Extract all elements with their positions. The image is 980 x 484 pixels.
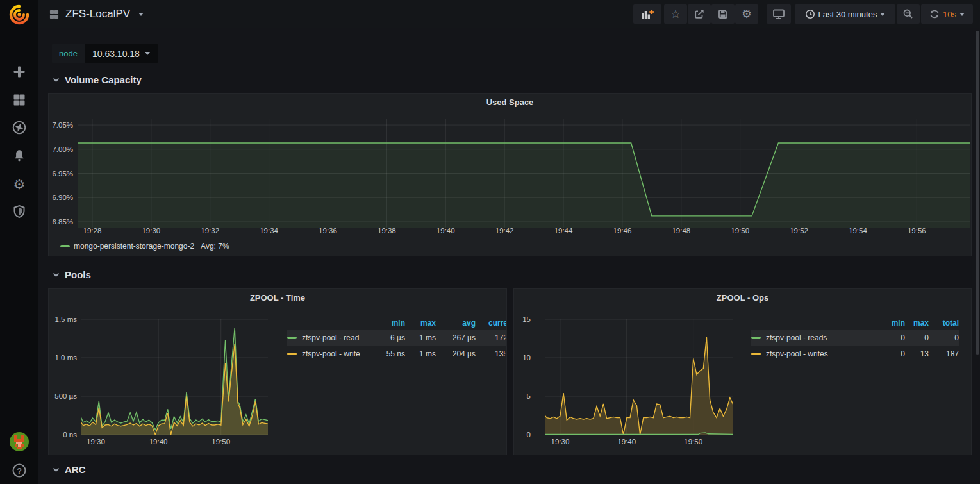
share-icon bbox=[693, 8, 705, 20]
y-tick-label: 6.85% bbox=[52, 218, 73, 226]
legend-value: 204 µs bbox=[436, 349, 476, 358]
x-tick-label: 19:50 bbox=[684, 438, 702, 446]
create-icon[interactable] bbox=[0, 60, 38, 83]
section-title: ARC bbox=[65, 464, 86, 475]
save-button[interactable] bbox=[711, 4, 735, 24]
x-tick-label: 19:50 bbox=[212, 438, 230, 446]
legend-value: 0 bbox=[854, 349, 905, 358]
dashboards-icon[interactable] bbox=[0, 88, 38, 112]
legend-value: 0 bbox=[905, 333, 929, 342]
panel-title[interactable]: ZPOOL - Time bbox=[49, 293, 506, 303]
scrollbar-thumb[interactable] bbox=[976, 31, 979, 355]
alerting-bell-icon[interactable] bbox=[0, 144, 38, 167]
user-avatar[interactable] bbox=[0, 430, 38, 453]
x-tick-label: 19:40 bbox=[436, 227, 455, 235]
x-tick-label: 19:54 bbox=[849, 227, 867, 235]
used-space-legend[interactable]: mongo-persistent-storage-mongo-2 Avg: 7% bbox=[60, 242, 229, 251]
section-title: Pools bbox=[65, 269, 91, 280]
svg-text:?: ? bbox=[17, 467, 22, 476]
star-button[interactable]: ☆ bbox=[664, 4, 687, 24]
y-tick-label: 7.00% bbox=[52, 146, 73, 153]
grafana-logo[interactable] bbox=[0, 3, 38, 27]
add-panel-button[interactable] bbox=[633, 4, 661, 24]
x-tick-label: 19:42 bbox=[495, 227, 514, 235]
chart-svg: 7.05%7.00%6.95%6.90%6.85%19:2819:3019:32… bbox=[49, 112, 972, 240]
legend-swatch bbox=[751, 353, 761, 355]
used-space-chart[interactable]: 7.05%7.00%6.95%6.90%6.85%19:2819:3019:32… bbox=[49, 112, 972, 240]
sidebar: ⚙ ? bbox=[0, 0, 38, 484]
legend-series-name: zfspv-pool - write bbox=[302, 349, 360, 358]
panel-title[interactable]: ZPOOL - Ops bbox=[514, 293, 971, 303]
zpool-time-legend[interactable]: minmaxavgcurrezfspv-pool - read6 µs1 ms2… bbox=[287, 317, 507, 362]
zoom-out-icon bbox=[902, 8, 914, 20]
zpool-ops-legend[interactable]: minmaxtotalzfspv-pool - reads000zfspv-po… bbox=[751, 317, 959, 362]
panel-used-space: Used Space 7.05%7.00%6.95%6.90%6.85%19:2… bbox=[48, 93, 972, 256]
y-tick-label: 5 bbox=[527, 392, 531, 400]
legend-row[interactable]: zfspv-pool - read6 µs1 ms267 µs172 bbox=[287, 330, 507, 346]
legend-value: 0 bbox=[854, 333, 905, 342]
legend-value: 13 bbox=[905, 349, 929, 358]
legend-series-name: zfspv-pool - writes bbox=[766, 349, 828, 358]
x-tick-label: 19:44 bbox=[554, 227, 573, 235]
title-caret-icon bbox=[138, 13, 144, 16]
legend-series-name: zfspv-pool - read bbox=[302, 333, 359, 342]
x-tick-label: 19:30 bbox=[87, 438, 105, 446]
help-icon[interactable]: ? bbox=[0, 459, 38, 482]
x-tick-label: 19:48 bbox=[672, 227, 690, 235]
x-tick-label: 19:28 bbox=[83, 227, 102, 235]
legend-value: 0 bbox=[929, 333, 959, 342]
section-arc[interactable]: ARC bbox=[53, 464, 86, 475]
legend-header[interactable]: avg bbox=[436, 319, 476, 328]
legend-value: 1 ms bbox=[405, 333, 436, 342]
x-tick-label: 19:52 bbox=[790, 227, 808, 235]
legend-header[interactable]: max bbox=[405, 319, 436, 328]
panel-zpool-time: ZPOOL - Time 1.5 ms1.0 ms500 µs0 ns19:30… bbox=[48, 288, 507, 455]
legend-swatch bbox=[751, 337, 761, 339]
legend-row[interactable]: zfspv-pool - writes013187 bbox=[751, 346, 959, 362]
legend-swatch bbox=[287, 353, 297, 355]
section-volume-capacity[interactable]: Volume Capacity bbox=[53, 74, 142, 85]
refresh-picker[interactable]: 10s bbox=[921, 4, 973, 24]
breadcrumb[interactable]: ZFS-LocalPV bbox=[49, 0, 144, 28]
legend-row[interactable]: zfspv-pool - reads000 bbox=[751, 330, 959, 346]
panel-title[interactable]: Used Space bbox=[49, 97, 971, 107]
star-icon: ☆ bbox=[670, 8, 681, 20]
legend-swatch bbox=[287, 337, 297, 339]
variable-value-dropdown[interactable]: 10.63.10.18 bbox=[85, 44, 158, 63]
x-tick-label: 19:56 bbox=[908, 227, 926, 235]
explore-icon[interactable] bbox=[0, 116, 38, 139]
cycle-view-button[interactable] bbox=[767, 4, 791, 24]
y-tick-label: 6.95% bbox=[52, 170, 73, 178]
admin-shield-icon[interactable] bbox=[0, 200, 38, 223]
legend-header[interactable]: min bbox=[376, 319, 405, 328]
x-tick-label: 19:32 bbox=[201, 227, 219, 235]
variable-node-picker[interactable]: node 10.63.10.18 bbox=[52, 44, 158, 63]
settings-button[interactable]: ⚙ bbox=[735, 4, 758, 24]
legend-header-row: minmaxtotal bbox=[751, 317, 959, 330]
x-tick-label: 19:40 bbox=[617, 438, 636, 446]
legend-header[interactable]: max bbox=[905, 319, 929, 328]
legend-header[interactable]: curre bbox=[476, 319, 507, 328]
monitor-icon bbox=[772, 8, 785, 20]
legend-row[interactable]: zfspv-pool - write55 ns1 ms204 µs135 bbox=[287, 346, 507, 362]
x-tick-label: 19:46 bbox=[613, 227, 632, 235]
refresh-interval-label: 10s bbox=[943, 10, 956, 19]
section-title: Volume Capacity bbox=[65, 74, 142, 85]
legend-header[interactable]: total bbox=[929, 319, 959, 328]
y-tick-label: 500 µs bbox=[54, 392, 77, 400]
y-tick-label: 0 bbox=[527, 431, 531, 438]
section-pools[interactable]: Pools bbox=[53, 269, 91, 280]
legend-header-row: minmaxavgcurre bbox=[287, 317, 507, 330]
legend-header[interactable]: min bbox=[854, 319, 905, 328]
configuration-gear-icon[interactable]: ⚙ bbox=[0, 172, 38, 196]
variable-label: node bbox=[52, 44, 85, 63]
time-range-picker[interactable]: Last 30 minutes bbox=[795, 4, 895, 24]
time-range-label: Last 30 minutes bbox=[818, 10, 877, 19]
chevron-down-icon bbox=[53, 467, 60, 472]
zoom-out-button[interactable] bbox=[897, 4, 920, 24]
clock-icon bbox=[805, 9, 815, 19]
y-tick-label: 7.05% bbox=[52, 121, 73, 129]
gear-icon: ⚙ bbox=[742, 8, 752, 20]
refresh-icon bbox=[929, 9, 940, 19]
share-button[interactable] bbox=[688, 4, 711, 24]
